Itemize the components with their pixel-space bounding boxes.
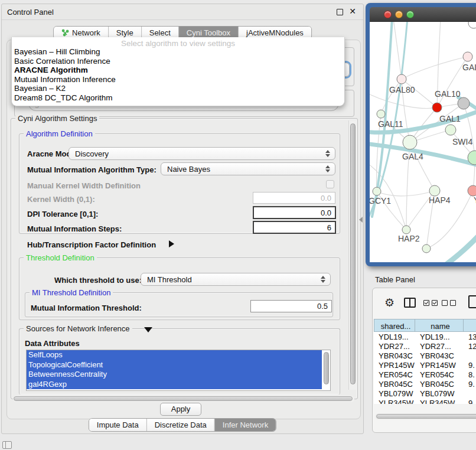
dpi-tolerance-field[interactable]: 0.0 (253, 206, 336, 219)
tab-label: Network (72, 28, 100, 37)
network-node-label: HAP2 (398, 234, 420, 243)
aracne-mode-combo[interactable]: Discovery (69, 147, 335, 160)
collapse-down-icon[interactable] (144, 327, 152, 332)
mi-algorithm-type-value: Naive Bayes (167, 165, 210, 174)
hub-tf-definition-label[interactable]: Hub/Transcription Factor Definition (27, 240, 156, 249)
table-row[interactable]: YDL19...YDL19...13 (374, 332, 476, 341)
list-scrollbar[interactable] (324, 352, 329, 384)
algorithm-option[interactable]: Dream8 DC_TDC Algorithm (12, 93, 344, 103)
network-node[interactable] (429, 185, 440, 196)
sources-title: Sources for Network Inference (24, 324, 132, 333)
network-window-titlebar[interactable] (370, 7, 476, 22)
table-horizontal-scrollbar[interactable] (375, 413, 476, 420)
mi-steps-field[interactable]: 6 (253, 221, 336, 234)
kernel-width-label: Kernel Width (0,1): (27, 195, 95, 204)
data-attributes-label: Data Attributes (25, 339, 80, 348)
table-cell: YLR345W (374, 398, 415, 404)
settings-horizontal-scrollbar[interactable] (13, 396, 354, 402)
table-cell: YBR045C (415, 379, 464, 389)
close-window-icon[interactable] (384, 11, 392, 18)
mi-algorithm-type-combo[interactable]: Naive Bayes (161, 162, 335, 175)
table-row[interactable]: YBR045CYBR045C9. (374, 379, 476, 389)
combo-stepper-icon (321, 276, 325, 283)
table-row[interactable]: YBL079WYBL079W (374, 389, 476, 398)
table-header-cell[interactable]: name (415, 319, 464, 332)
network-node[interactable] (445, 125, 456, 135)
network-edge[interactable] (393, 22, 402, 79)
table-cell: YPR145W (415, 360, 464, 370)
table-header-cell[interactable]: shared... (374, 319, 415, 332)
kernel-width-field[interactable]: 0.0 (253, 192, 335, 204)
network-node[interactable] (377, 110, 385, 118)
data-attributes-list[interactable]: SelfLoopsTopologicalCoefficientBetweenne… (26, 350, 331, 391)
network-node[interactable] (397, 74, 406, 84)
scrollbar-thumb[interactable] (350, 123, 356, 384)
mi-threshold-field[interactable]: 0.5 (250, 300, 332, 312)
algorithm-option[interactable]: ARACNE Algorithm (12, 66, 344, 75)
algorithm-option[interactable]: Bayesian – Hill Climbing (12, 47, 344, 57)
minimize-window-icon[interactable] (395, 11, 403, 18)
data-attribute-item[interactable]: BetweennessCentrality (27, 370, 322, 380)
network-node-label: GAL (462, 63, 476, 72)
table-clip: shared...nameA YDL19...YDL19...13YDR27..… (373, 288, 476, 404)
float-panel-icon[interactable] (337, 9, 343, 15)
table-row[interactable]: YLR345WYLR345W9. (374, 398, 476, 404)
control-panel-window: Control Panel ✕ NetworkStyleSelectCyni T… (1, 4, 364, 434)
network-node-label: Y (474, 195, 476, 205)
algorithm-option[interactable]: Mutual Information Inference (12, 75, 344, 84)
network-node[interactable] (432, 103, 442, 112)
table-cell: YER054C (415, 370, 464, 379)
network-edge-highlighted[interactable] (445, 232, 476, 262)
cyni-tab-impute-data[interactable]: Impute Data (89, 419, 146, 431)
control-panel-titlebar: Control Panel ✕ (2, 4, 363, 20)
manual-kernel-width-checkbox[interactable] (326, 180, 334, 188)
scrollbar-thumb[interactable] (14, 396, 353, 401)
table-cell: 8. (464, 370, 476, 379)
algorithm-option[interactable]: Basic Correlation Inference (12, 57, 344, 66)
network-node[interactable] (422, 244, 431, 253)
table-row[interactable]: YPR145WYPR145W9. (374, 360, 476, 370)
table-cell: YBR045C (374, 379, 415, 389)
network-node[interactable] (402, 226, 410, 234)
network-node-label: GAL1 (439, 114, 461, 123)
table-cell: YDL19... (374, 332, 415, 341)
table-panel-title: Table Panel (375, 275, 415, 284)
expand-right-icon[interactable] (169, 240, 174, 247)
network-edge[interactable] (402, 57, 468, 79)
settings-vertical-scrollbar[interactable] (348, 120, 356, 390)
cyni-bottom-tabbar: Impute DataDiscretize DataInfer Network (89, 418, 276, 432)
which-threshold-combo[interactable]: MI Threshold (141, 273, 331, 286)
table-row[interactable]: YER054CYER054C8. (374, 370, 476, 379)
table-cell: YDR27... (374, 341, 415, 351)
tab-label: jActiveMNodules (246, 28, 304, 37)
table-row[interactable]: YDR27...YDR27...12 (374, 341, 476, 351)
network-node-label: GAL4 (402, 152, 423, 161)
network-node[interactable] (373, 187, 381, 195)
network-node[interactable] (468, 22, 476, 28)
cyni-tab-discretize-data[interactable]: Discretize Data (146, 419, 214, 431)
zoom-window-icon[interactable] (406, 11, 414, 18)
network-canvas[interactable]: GALGAL80GAL10GAL11GAL1SWI4GAL4GCY1HAP4YH… (370, 22, 476, 262)
table-header-cell[interactable]: A (464, 319, 476, 332)
data-attribute-item[interactable]: SelfLoops (27, 350, 322, 360)
data-attribute-item[interactable]: gal4RGexp (27, 380, 322, 390)
network-node[interactable] (468, 185, 476, 196)
close-panel-icon[interactable]: ✕ (349, 6, 356, 16)
network-node[interactable] (403, 135, 417, 149)
network-node-label: HAP4 (429, 195, 451, 205)
table-row[interactable]: YBR043CYBR043C (374, 351, 476, 360)
restore-panel-icon[interactable] (2, 441, 12, 449)
algorithm-option[interactable]: Bayesian – K2 (12, 84, 344, 93)
network-node[interactable] (458, 97, 470, 109)
network-edge[interactable] (377, 191, 435, 196)
apply-button[interactable]: Apply (160, 403, 201, 416)
data-attribute-item[interactable]: TopologicalCoefficient (27, 360, 322, 370)
collapse-divider-icon[interactable] (359, 217, 363, 223)
network-node[interactable] (463, 52, 472, 61)
combo-stepper-icon (325, 165, 330, 172)
cyni-tab-infer-network[interactable]: Infer Network (214, 419, 276, 431)
application-screen: Control Panel ✕ NetworkStyleSelectCyni T… (0, 0, 476, 450)
control-panel-title: Control Panel (7, 8, 54, 17)
cyni-tab-label: Impute Data (97, 420, 139, 429)
scrollbar-thumb[interactable] (376, 414, 476, 419)
